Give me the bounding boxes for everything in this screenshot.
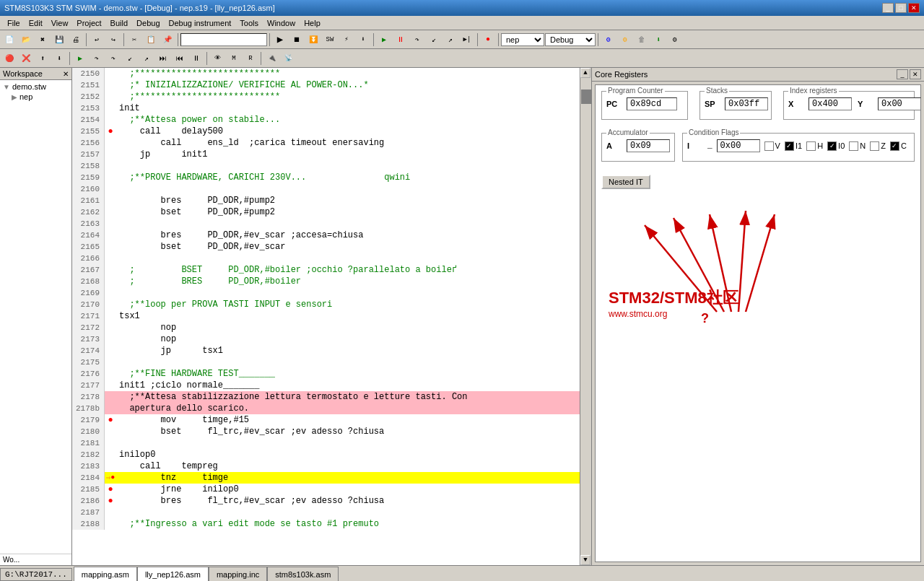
break-button[interactable]: ⏸	[393, 32, 409, 48]
scroll-thumb[interactable]	[581, 89, 591, 104]
config-dropdown[interactable]: Debug	[545, 33, 596, 46]
tree-root[interactable]: ▼ demo.stw	[1, 82, 70, 92]
menu-debug[interactable]: Debug	[132, 17, 164, 29]
tb2-step4[interactable]: ↗	[139, 51, 154, 66]
save-button[interactable]: 💾	[51, 32, 67, 48]
flags-row: I _ V ✓ I1 H	[687, 139, 910, 152]
flag-v: V	[764, 141, 780, 151]
tree-child[interactable]: ▶ nep	[1, 92, 70, 102]
copy-button[interactable]: 📋	[143, 32, 159, 48]
tb2-step6[interactable]: ⏮	[172, 51, 188, 66]
tab-lly-nep[interactable]: lly_nep126.asm	[137, 567, 209, 581]
flag-i0-checkbox[interactable]: ✓	[827, 141, 837, 151]
tb2-step5[interactable]: ⏭	[155, 51, 171, 66]
scroll-up-button[interactable]: ▲	[580, 68, 590, 78]
clean-icon[interactable]: 🗑	[634, 32, 650, 48]
debug-icon[interactable]: ▶	[272, 32, 288, 48]
flag-i1-checkbox[interactable]: ✓	[785, 141, 794, 151]
step-over-button[interactable]: ↷	[409, 32, 425, 48]
new-button[interactable]: 📄	[1, 32, 17, 48]
step-icon[interactable]: ⏬	[305, 32, 321, 48]
restore-button[interactable]: □	[895, 3, 907, 13]
breakpoint-indicator[interactable]: ●	[105, 414, 116, 426]
code-text: jp init1	[116, 149, 207, 160]
tb2-watch[interactable]: 👁	[209, 51, 225, 66]
menu-edit[interactable]: Edit	[25, 17, 47, 29]
next-button[interactable]: ▶|	[459, 32, 475, 48]
redo-button[interactable]: ↪	[105, 32, 121, 48]
code-scroll-area[interactable]: 2150 ;****************************2151 ;…	[72, 68, 591, 565]
flag-h-checkbox[interactable]	[806, 141, 816, 151]
flag-z-checkbox[interactable]	[870, 141, 879, 151]
undo-button[interactable]: ↩	[89, 32, 105, 48]
a-value-input[interactable]	[627, 139, 670, 152]
tb2-disconnect[interactable]: 📡	[280, 51, 296, 66]
x-value-input[interactable]	[808, 97, 852, 110]
menu-file[interactable]: File	[3, 17, 25, 29]
tab-stm8s103k[interactable]: stm8s103k.asm	[267, 567, 339, 581]
tb2-breakall[interactable]: ⏸	[188, 51, 204, 66]
print-button[interactable]: 🖨	[68, 32, 84, 48]
paste-button[interactable]: 📌	[160, 32, 175, 48]
code-text: bres fl_trc,#ev_scar ;ev adesso ?chiusa	[116, 495, 384, 507]
flag-v-checkbox[interactable]	[764, 141, 774, 151]
flag-c-checkbox[interactable]: ✓	[890, 141, 899, 151]
open-button[interactable]: 📂	[18, 32, 34, 48]
project-dropdown[interactable]: nep	[501, 33, 544, 46]
menu-project[interactable]: Project	[72, 17, 105, 29]
flash-icon[interactable]: ⬇	[355, 32, 371, 48]
swim-icon[interactable]: SW	[322, 32, 338, 48]
step-out-button[interactable]: ↗	[443, 32, 458, 48]
tb2-reg[interactable]: R	[243, 51, 258, 66]
tb2-btn3[interactable]: ⬆	[35, 51, 51, 66]
tb2-mem[interactable]: M	[226, 51, 242, 66]
nested-it-button[interactable]: Nested IT	[601, 175, 650, 189]
download-icon[interactable]: ⬇	[650, 32, 666, 48]
stop-icon[interactable]: ⏹	[289, 32, 305, 48]
breakpoint-indicator[interactable]: ●	[105, 126, 116, 137]
menu-help[interactable]: Help	[300, 17, 325, 29]
core-close-button[interactable]: ✕	[910, 69, 921, 79]
menu-build[interactable]: Build	[106, 17, 132, 29]
search-input[interactable]	[180, 33, 267, 46]
tb2-run[interactable]: ▶	[72, 51, 88, 66]
menu-window[interactable]: Window	[263, 17, 300, 29]
tab-mapping-inc[interactable]: mapping.inc	[209, 567, 267, 581]
flag-i0-label: I0	[838, 141, 845, 150]
core-minimize-button[interactable]: _	[897, 69, 908, 79]
tab-mapping-asm[interactable]: mapping.asm	[74, 567, 137, 581]
flag-n-checkbox[interactable]	[849, 141, 858, 151]
scroll-down-button[interactable]: ▼	[580, 555, 590, 565]
workspace-close-button[interactable]: ✕	[63, 70, 69, 78]
cut-button[interactable]: ✂	[126, 32, 142, 48]
sp-value-input[interactable]	[725, 97, 768, 110]
tb2-step1[interactable]: ↷	[89, 51, 105, 66]
code-scrollbar[interactable]: ▲ ▼	[580, 68, 591, 565]
i-value-input[interactable]	[717, 139, 760, 152]
breakpoint-indicator[interactable]: ●	[105, 484, 116, 495]
menu-debug-instrument[interactable]: Debug instrument	[165, 17, 236, 29]
menu-view[interactable]: View	[47, 17, 73, 29]
step-into-button[interactable]: ↙	[426, 32, 442, 48]
tb2-btn1[interactable]: 🔴	[1, 51, 17, 66]
run-button[interactable]: ▶	[376, 32, 392, 48]
tb2-step2[interactable]: ↷	[105, 51, 121, 66]
breakpoint-indicator[interactable]: ⇒●	[105, 472, 116, 484]
tb2-btn2[interactable]: ❌	[18, 51, 34, 66]
tb2-step3[interactable]: ↙	[122, 51, 138, 66]
menu-tools[interactable]: Tools	[235, 17, 263, 29]
tb2-btn4[interactable]: ⬇	[51, 51, 67, 66]
breakpoint-button[interactable]: ●	[480, 32, 496, 48]
y-value-input[interactable]	[878, 97, 921, 110]
build-icon[interactable]: ⚙	[601, 32, 616, 48]
close-button[interactable]: ✕	[908, 3, 920, 13]
pc-value-input[interactable]	[627, 97, 677, 110]
minimize-button[interactable]: _	[882, 3, 894, 13]
breakpoint-indicator[interactable]: ●	[105, 495, 116, 507]
settings-icon[interactable]: ⚙	[667, 32, 683, 48]
close-file-button[interactable]: ✖	[35, 32, 51, 48]
rebuild-icon[interactable]: ⚙	[617, 32, 633, 48]
connect-icon[interactable]: ⚡	[339, 32, 354, 48]
tb2-connect[interactable]: 🔌	[263, 51, 279, 66]
line-number: 2178b	[72, 403, 105, 414]
